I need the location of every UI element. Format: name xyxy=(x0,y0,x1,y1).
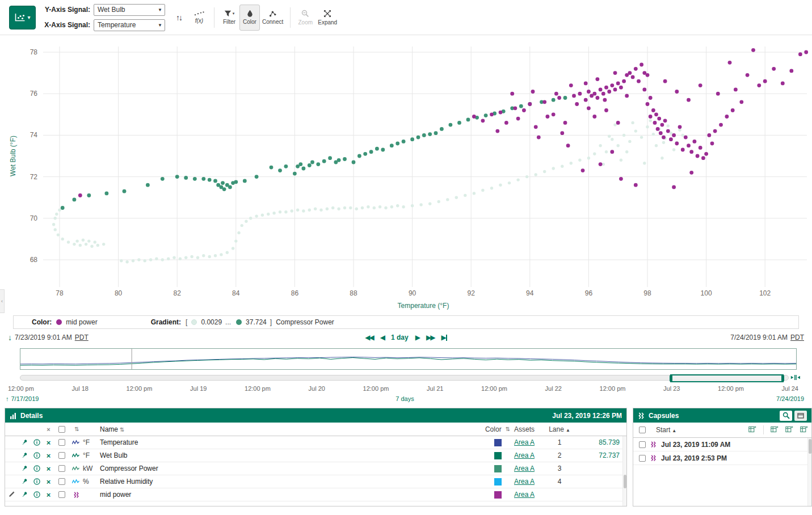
table-row[interactable]: × mid power Area A xyxy=(5,488,626,501)
remove-icon[interactable]: × xyxy=(43,491,54,499)
details-scrollbar[interactable] xyxy=(622,436,626,506)
edit-pencil-icon[interactable] xyxy=(5,491,19,499)
chart-type-button[interactable]: ▾ xyxy=(9,6,36,29)
axis-tick-label: 12:00 pm xyxy=(600,385,626,392)
remove-icon[interactable]: × xyxy=(43,451,54,460)
row-checkbox[interactable] xyxy=(58,491,65,498)
signal-name[interactable]: Wet Bulb xyxy=(100,451,481,459)
table-row[interactable]: × kW Compressor Power Area A 3 xyxy=(5,462,626,475)
capsule-row[interactable]: Jul 23, 2019 11:09 AM xyxy=(633,438,811,451)
info-icon[interactable] xyxy=(31,491,43,498)
sort-icon[interactable]: ⇅ xyxy=(506,426,510,432)
scatter-plot-region: 6870727476787880828486889092949698100102… xyxy=(0,35,812,315)
scatter-plot[interactable]: 6870727476787880828486889092949698100102… xyxy=(0,35,812,315)
capsule-checkbox[interactable] xyxy=(639,455,646,462)
expand-button[interactable]: Expand xyxy=(315,5,339,31)
color-swatch[interactable] xyxy=(494,465,502,472)
step-back-fast-icon[interactable]: ◀◀ xyxy=(365,334,373,341)
signal-name[interactable]: Temperature xyxy=(100,438,481,446)
slider-track[interactable] xyxy=(20,375,789,381)
select-all-checkbox[interactable] xyxy=(58,426,65,433)
row-checkbox[interactable] xyxy=(58,478,65,485)
x-axis-signal-label: X-Axis Signal: xyxy=(41,21,90,29)
remove-icon[interactable]: × xyxy=(43,465,54,473)
table-row[interactable]: × °F Temperature Area A 1 85.739 xyxy=(5,436,626,449)
color-swatch[interactable] xyxy=(494,478,502,486)
add-column-icon[interactable] xyxy=(748,425,756,434)
sort-icon[interactable]: ⇅ xyxy=(120,427,124,433)
sort-by-type-icon[interactable]: ⇅ xyxy=(74,426,79,432)
add-column-icon[interactable] xyxy=(800,425,808,434)
info-icon[interactable] xyxy=(31,465,43,472)
lane-column-header[interactable]: Lane xyxy=(549,425,564,433)
color-button[interactable]: Color xyxy=(239,5,260,31)
selected-range-handle[interactable] xyxy=(670,374,784,382)
asset-link[interactable]: Area A xyxy=(514,451,535,459)
y-axis-signal-select[interactable]: Wet Bulb ▼ xyxy=(94,4,165,16)
pin-icon[interactable] xyxy=(19,478,31,485)
signal-name[interactable]: Relative Humidity xyxy=(100,478,481,486)
pin-icon[interactable] xyxy=(19,465,31,472)
connect-button[interactable]: Connect xyxy=(260,5,285,31)
swap-axes-button[interactable]: ↑↓ xyxy=(169,5,189,31)
pin-icon[interactable] xyxy=(19,439,31,446)
condition-name[interactable]: mid power xyxy=(100,491,481,499)
fx-tool-button[interactable]: f(x) xyxy=(189,5,209,31)
signal-name[interactable]: Compressor Power xyxy=(100,465,481,472)
display-range-start[interactable]: 7/23/2019 9:01 AM xyxy=(15,334,72,341)
info-icon[interactable] xyxy=(31,452,43,459)
x-axis-signal-select[interactable]: Temperature ▼ xyxy=(94,19,165,31)
x-axis-signal-value: Temperature xyxy=(98,21,136,29)
step-back-icon[interactable]: ◀ xyxy=(380,334,384,341)
row-checkbox[interactable] xyxy=(58,452,65,459)
capsules-panel-header: Capsules xyxy=(633,408,811,423)
asset-link[interactable]: Area A xyxy=(514,491,535,499)
capsules-scrollbar[interactable] xyxy=(807,438,811,506)
row-checkbox[interactable] xyxy=(58,439,65,446)
table-row[interactable]: × % Relative Humidity Area A 4 xyxy=(5,475,626,488)
remove-icon[interactable]: × xyxy=(43,478,54,486)
info-icon[interactable] xyxy=(31,439,43,446)
filter-button[interactable]: ▾ Filter xyxy=(219,5,239,31)
pin-icon[interactable] xyxy=(19,452,31,459)
color-swatch[interactable] xyxy=(494,452,502,459)
add-column-icon[interactable] xyxy=(785,425,793,434)
color-column-header[interactable]: Color xyxy=(485,425,502,433)
color-swatch[interactable] xyxy=(494,439,502,446)
assets-column-header[interactable]: Assets xyxy=(514,425,547,433)
table-row[interactable]: × °F Wet Bulb Area A 2 72.737 xyxy=(5,449,626,462)
capsule-search-button[interactable] xyxy=(780,411,792,421)
capsule-collapse-button[interactable] xyxy=(794,411,807,421)
connect-icon xyxy=(269,10,277,17)
legend-color-value: mid power xyxy=(66,318,97,326)
display-range-end[interactable]: 7/24/2019 9:01 AM xyxy=(730,334,788,341)
capsule-checkbox[interactable] xyxy=(639,441,646,448)
svg-text:90: 90 xyxy=(409,289,416,297)
add-column-icon[interactable] xyxy=(771,425,779,434)
asset-link[interactable]: Area A xyxy=(514,478,535,486)
step-to-now-icon[interactable]: ▶ xyxy=(441,334,447,341)
name-column-header[interactable]: Name xyxy=(100,425,118,433)
row-checkbox[interactable] xyxy=(58,465,65,472)
remove-icon[interactable]: × xyxy=(43,438,54,447)
asset-link[interactable]: Area A xyxy=(514,465,535,472)
mid-power-color-dot xyxy=(56,319,62,325)
step-forward-icon[interactable]: ▶ xyxy=(415,334,419,341)
step-forward-fast-icon[interactable]: ▶▶ xyxy=(426,334,434,341)
investigate-range-duration[interactable]: 7 days xyxy=(6,395,804,402)
trend-overview[interactable] xyxy=(20,348,797,370)
remove-all-column-header[interactable]: × xyxy=(43,426,54,433)
svg-text:84: 84 xyxy=(232,289,240,297)
select-all-capsules-checkbox[interactable] xyxy=(639,427,646,433)
zoom-to-full-range-icon[interactable] xyxy=(790,374,800,383)
asset-link[interactable]: Area A xyxy=(514,438,535,446)
info-icon[interactable] xyxy=(31,478,43,485)
start-column-header[interactable]: Start xyxy=(656,426,670,434)
capsule-row[interactable]: Jul 23, 2019 2:53 PM xyxy=(633,451,811,465)
timezone-link[interactable]: PDT xyxy=(790,334,804,341)
step-size-label[interactable]: 1 day xyxy=(391,334,409,341)
color-swatch[interactable] xyxy=(494,491,502,499)
sidebar-collapse-handle[interactable]: ‹ xyxy=(0,289,5,313)
pin-icon[interactable] xyxy=(19,491,31,498)
timezone-link[interactable]: PDT xyxy=(75,334,89,341)
